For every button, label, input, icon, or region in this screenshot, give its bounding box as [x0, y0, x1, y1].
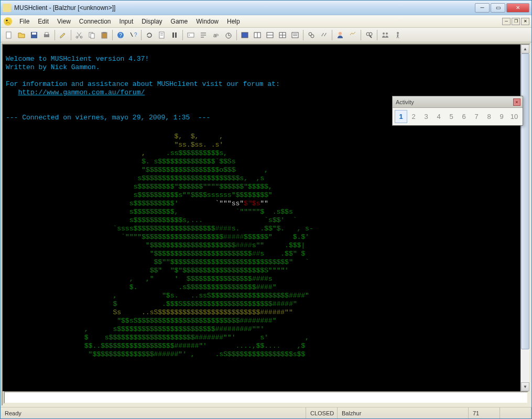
- user-button[interactable]: [334, 29, 346, 41]
- svg-rect-10: [91, 34, 94, 38]
- svg-text:?: ?: [119, 32, 122, 38]
- menubar: FileEditViewConnectionInputDisplayGameWi…: [1, 15, 531, 28]
- plugin-button[interactable]: [305, 29, 318, 41]
- activity-world-6[interactable]: 6: [458, 110, 470, 123]
- app-icon-small: [3, 4, 11, 12]
- svg-point-45: [383, 32, 385, 35]
- menu-view[interactable]: View: [53, 16, 75, 27]
- people-button[interactable]: [379, 29, 392, 41]
- activity-world-10[interactable]: 10: [508, 110, 520, 123]
- svg-rect-19: [172, 32, 174, 38]
- welcome-line-2: Written by Nick Gammon.: [6, 63, 100, 71]
- maximize-button[interactable]: ▭: [491, 3, 505, 13]
- statusbar: Ready CLOSED Balzhur 71: [1, 407, 531, 418]
- activity-world-5[interactable]: 5: [445, 110, 458, 123]
- activity-title-text: Activity: [396, 99, 414, 105]
- activity-close-button[interactable]: ×: [513, 98, 520, 106]
- save-button[interactable]: [28, 29, 40, 41]
- svg-point-41: [339, 32, 342, 35]
- window4-button[interactable]: [276, 29, 289, 41]
- cut-button[interactable]: [73, 29, 85, 41]
- menu-display[interactable]: Display: [137, 16, 166, 27]
- help-button[interactable]: ?: [114, 29, 127, 41]
- new-button[interactable]: [3, 29, 15, 41]
- window2-button[interactable]: [251, 29, 264, 41]
- open-button[interactable]: [15, 29, 28, 41]
- activity-world-2[interactable]: 2: [407, 110, 420, 123]
- status-number: 71: [469, 407, 500, 418]
- menu-edit[interactable]: Edit: [34, 16, 53, 27]
- script-button[interactable]: [318, 29, 330, 41]
- reconnect-button[interactable]: [143, 29, 156, 41]
- window-title: MUSHclient - [Balzhur [<unknown>]]: [14, 4, 475, 12]
- status-closed: CLOSED: [306, 407, 338, 418]
- menu-input[interactable]: Input: [115, 16, 138, 27]
- pause-button[interactable]: [168, 29, 181, 41]
- forum-link[interactable]: http://www.gammon.com.au/forum/: [18, 89, 145, 96]
- svg-rect-4: [32, 32, 36, 35]
- command-input[interactable]: [4, 391, 528, 404]
- timers-button[interactable]: [222, 29, 235, 41]
- status-world: Balzhur: [338, 407, 469, 418]
- window3-button[interactable]: [264, 29, 276, 41]
- svg-point-1: [6, 19, 8, 21]
- paste-button[interactable]: [98, 29, 111, 41]
- svg-rect-21: [188, 33, 194, 37]
- status-ready: Ready: [1, 407, 306, 418]
- toolbar: ? ? ab: [1, 28, 531, 42]
- svg-rect-20: [175, 32, 177, 38]
- svg-text:?: ?: [134, 32, 137, 38]
- titlebar: MUSHclient - [Balzhur [<unknown>]] ─ ▭ ✕: [1, 1, 531, 15]
- mdi-close-button[interactable]: ✕: [521, 18, 529, 25]
- person-walk-button[interactable]: [392, 29, 404, 41]
- scroll-up-button[interactable]: ▲: [521, 45, 529, 53]
- svg-rect-28: [242, 32, 248, 38]
- activity-world-7[interactable]: 7: [470, 110, 483, 123]
- svg-point-47: [397, 32, 399, 34]
- menu-game[interactable]: Game: [167, 16, 192, 27]
- activity-world-4[interactable]: 4: [432, 110, 445, 123]
- welcome-line-1: Welcome to MUSHclient version 4.37!: [6, 55, 149, 63]
- svg-rect-6: [45, 32, 48, 35]
- menu-file[interactable]: File: [15, 16, 34, 27]
- svg-text:b: b: [216, 33, 219, 37]
- svg-point-0: [4, 17, 12, 26]
- menu-window[interactable]: Window: [192, 16, 223, 27]
- scroll-down-button[interactable]: ▼: [521, 382, 529, 391]
- copy-button[interactable]: [85, 29, 98, 41]
- activity-world-8[interactable]: 8: [483, 110, 495, 123]
- window1-button[interactable]: [238, 29, 251, 41]
- activity-title[interactable]: Activity ×: [393, 96, 523, 108]
- triggers-button[interactable]: [197, 29, 210, 41]
- svg-rect-2: [6, 32, 11, 38]
- menu-help[interactable]: Help: [223, 16, 244, 27]
- mdi-restore-button[interactable]: ❐: [512, 18, 520, 25]
- activity-world-9[interactable]: 9: [495, 110, 508, 123]
- svg-line-43: [370, 36, 372, 38]
- close-button[interactable]: ✕: [506, 3, 529, 13]
- edit-button[interactable]: [57, 29, 69, 41]
- svg-point-22: [189, 35, 190, 36]
- print-button[interactable]: [40, 29, 53, 41]
- menu-connection[interactable]: Connection: [75, 16, 115, 27]
- connected-line: --- Connected on viernes, mayo 29, 2009,…: [6, 114, 210, 122]
- svg-rect-12: [103, 32, 106, 34]
- minimize-button[interactable]: ─: [475, 3, 490, 13]
- notepad-button[interactable]: [156, 29, 168, 41]
- info-line: For information and assistance about MUS…: [6, 80, 280, 88]
- svg-rect-36: [292, 32, 298, 38]
- svg-point-40: [311, 35, 314, 38]
- status-empty: [500, 407, 531, 418]
- activity-world-3[interactable]: 3: [420, 110, 432, 123]
- activity-panel[interactable]: Activity × 12345678910: [392, 96, 523, 126]
- activity-world-1[interactable]: 1: [395, 110, 407, 123]
- aliases-button[interactable]: ab: [210, 29, 222, 41]
- find-button[interactable]: [363, 29, 375, 41]
- world-config-button[interactable]: [184, 29, 197, 41]
- context-help-button[interactable]: ?: [127, 29, 139, 41]
- app-icon: [3, 16, 13, 27]
- mdi-minimize-button[interactable]: ─: [502, 18, 511, 25]
- svg-point-46: [386, 32, 388, 35]
- speedwalk-button[interactable]: [346, 29, 359, 41]
- window-list-button[interactable]: [289, 29, 301, 41]
